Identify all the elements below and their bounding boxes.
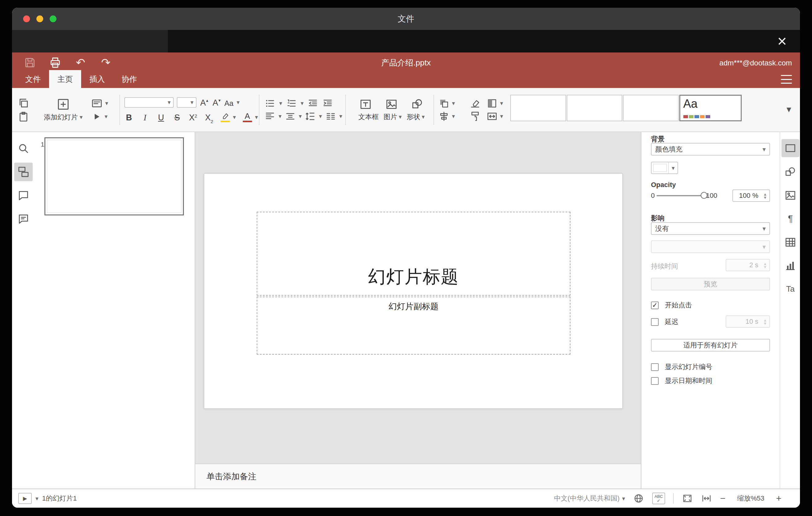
chevron-down-icon[interactable]: ▾ xyxy=(233,114,236,120)
chevron-down-icon[interactable]: ▾ xyxy=(452,100,455,106)
chevron-down-icon[interactable]: ▾ xyxy=(105,100,108,106)
shape-settings-button[interactable] xyxy=(781,163,799,181)
title-placeholder[interactable]: 幻灯片标题 xyxy=(257,212,571,296)
bullet-list-icon[interactable] xyxy=(264,98,276,109)
fit-slide-button[interactable] xyxy=(682,493,693,504)
close-window-button[interactable] xyxy=(23,16,30,22)
horizontal-align-icon[interactable] xyxy=(264,111,276,122)
vertical-align-icon[interactable] xyxy=(285,111,296,122)
arrange-shapes-icon[interactable] xyxy=(438,98,450,109)
minimize-window-button[interactable] xyxy=(36,16,43,22)
clear-style-icon[interactable] xyxy=(469,98,481,109)
table-settings-button[interactable] xyxy=(781,233,799,251)
start-slideshow-button[interactable]: ▶ xyxy=(18,493,32,504)
theme-gallery-expand-button[interactable]: ▾ xyxy=(782,100,796,118)
line-spacing-icon[interactable] xyxy=(305,111,316,122)
chevron-down-icon[interactable]: ▾ xyxy=(190,99,194,105)
chevron-down-icon[interactable]: ▾ xyxy=(105,114,108,119)
set-language-button[interactable] xyxy=(633,493,644,504)
tab-home[interactable]: 主页 xyxy=(49,70,81,88)
chevron-down-icon[interactable]: ▾ xyxy=(339,113,343,119)
decrease-font-button[interactable]: A▾ xyxy=(212,96,221,109)
highlight-color-button[interactable] xyxy=(221,112,230,122)
chart-settings-button[interactable] xyxy=(781,257,799,275)
paste-icon[interactable] xyxy=(18,111,29,122)
spellcheck-button[interactable]: ABC ✓ xyxy=(652,492,665,504)
chevron-down-icon[interactable]: ▾ xyxy=(35,496,38,501)
decrease-indent-icon[interactable] xyxy=(307,98,318,109)
tab-file[interactable]: 文件 xyxy=(17,70,49,88)
show-date-time-checkbox[interactable] xyxy=(651,377,659,385)
chevron-down-icon[interactable]: ▾ xyxy=(255,114,258,120)
font-size-combo[interactable]: ▾ xyxy=(177,97,197,108)
zoom-window-button[interactable] xyxy=(50,16,56,22)
paragraph-settings-button[interactable]: ¶ xyxy=(781,209,799,227)
slide-title-text[interactable]: 幻灯片标题 xyxy=(368,265,459,289)
chevron-down-icon[interactable]: ▾ xyxy=(279,100,282,106)
change-case-button[interactable]: Aa xyxy=(224,96,234,109)
chevron-down-icon[interactable]: ▾ xyxy=(299,113,302,119)
textart-settings-button[interactable]: Ta xyxy=(781,280,799,298)
slide-fill-icon[interactable] xyxy=(487,98,498,109)
theme-option[interactable] xyxy=(510,95,566,121)
add-slide-icon[interactable] xyxy=(57,98,70,111)
textbox-icon[interactable] xyxy=(359,98,372,111)
slide-subtitle-text[interactable]: 幻灯片副标题 xyxy=(389,301,439,312)
slide-canvas[interactable]: 幻灯片标题 幻灯片副标题 xyxy=(204,173,622,409)
bold-button[interactable]: B xyxy=(124,111,134,124)
preview-button[interactable]: 预览 xyxy=(651,278,770,290)
spin-down-icon[interactable]: ▾ xyxy=(764,196,766,199)
subtitle-placeholder[interactable]: 幻灯片副标题 xyxy=(257,296,571,354)
image-settings-button[interactable] xyxy=(781,187,799,204)
image-label[interactable]: 图片 xyxy=(383,112,397,122)
underline-button[interactable]: U xyxy=(156,111,166,124)
chevron-down-icon[interactable]: ▾ xyxy=(80,114,83,120)
opacity-spinner[interactable]: 100 % ▴▾ xyxy=(732,190,770,202)
chevron-down-icon[interactable]: ▾ xyxy=(168,99,171,105)
effect-variant-select[interactable]: ▾ xyxy=(651,240,770,253)
textbox-label[interactable]: 文本框 xyxy=(358,112,379,122)
chevron-down-icon[interactable]: ▾ xyxy=(399,114,402,120)
italic-button[interactable]: I xyxy=(140,111,150,124)
chevron-down-icon[interactable]: ▾ xyxy=(319,113,322,119)
language-selector[interactable]: 中文(中华人民共和国) ▾ xyxy=(554,494,625,503)
chevron-down-icon[interactable]: ▾ xyxy=(279,113,282,119)
fill-type-select[interactable]: 颜色填充 ▾ xyxy=(651,143,770,155)
subscript-button[interactable]: X2 xyxy=(205,111,214,124)
slides-panel-button[interactable] xyxy=(14,163,33,181)
copy-style-icon[interactable] xyxy=(469,111,481,122)
slide-settings-button[interactable] xyxy=(781,139,799,157)
fit-width-button[interactable] xyxy=(701,493,712,504)
duration-spinner[interactable]: 2 s ▴▾ xyxy=(726,259,770,271)
superscript-button[interactable]: X2 xyxy=(188,111,198,124)
delay-spinner[interactable]: 10 s ▴▾ xyxy=(726,315,770,328)
numbered-list-icon[interactable] xyxy=(286,98,297,109)
theme-option-selected[interactable]: Aa xyxy=(679,95,742,121)
shape-icon[interactable] xyxy=(411,98,424,111)
shape-label[interactable]: 形状 xyxy=(407,112,420,122)
chevron-down-icon[interactable]: ▾ xyxy=(301,100,304,106)
chevron-down-icon[interactable]: ▾ xyxy=(452,113,455,119)
font-color-button[interactable]: A xyxy=(243,112,252,122)
apply-to-all-button[interactable]: 适用于所有幻灯片 xyxy=(651,339,770,351)
start-on-click-checkbox[interactable]: ✓ xyxy=(651,302,659,309)
slide-layout-icon[interactable] xyxy=(91,97,103,109)
slide-size-icon[interactable] xyxy=(487,111,498,122)
increase-indent-icon[interactable] xyxy=(322,98,333,109)
delay-checkbox[interactable] xyxy=(651,318,659,326)
show-slide-number-checkbox[interactable] xyxy=(651,363,659,371)
comments-button[interactable] xyxy=(14,187,33,205)
increase-font-button[interactable]: A▴ xyxy=(200,96,209,109)
opacity-slider[interactable] xyxy=(657,195,704,196)
notes-placeholder[interactable]: 单击添加备注 xyxy=(206,471,256,482)
fill-color-swatch[interactable]: ▾ xyxy=(651,162,678,174)
add-slide-group[interactable]: 添加幻灯片▾ xyxy=(38,88,89,132)
image-icon[interactable] xyxy=(385,98,398,111)
theme-option[interactable] xyxy=(623,95,679,121)
effect-select[interactable]: 没有 ▾ xyxy=(651,222,770,235)
chevron-down-icon[interactable]: ▾ xyxy=(237,99,240,105)
align-shapes-icon[interactable] xyxy=(438,111,450,122)
zoom-in-button[interactable]: + xyxy=(776,494,781,503)
start-slideshow-icon[interactable] xyxy=(91,111,102,122)
theme-option[interactable] xyxy=(567,95,622,121)
